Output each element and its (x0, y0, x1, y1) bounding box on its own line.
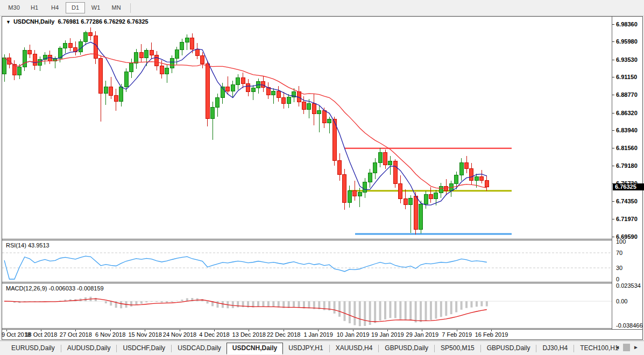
tab-scroll-right-button[interactable]: ► (630, 344, 642, 351)
tab-dj30-h4[interactable]: DJ30,H4 (537, 343, 573, 353)
price-axis-label: 6.95980 (616, 38, 638, 45)
price-axis-label: 6.81560 (616, 145, 638, 151)
date-axis-label: 29 Jan 2019 (406, 331, 439, 338)
price-axis-label: 6.98360 (616, 21, 638, 27)
rsi-scale-label: 30 (616, 265, 622, 271)
price-axis-tick (612, 77, 614, 77)
price-axis-tick (612, 95, 614, 95)
tab-usdcnh-daily[interactable]: USDCNH,Daily (227, 343, 283, 354)
tab-separator (480, 345, 481, 352)
pane-separator[interactable] (2, 239, 642, 239)
price-axis-tick (612, 166, 614, 166)
price-axis-tick (612, 219, 614, 219)
timeframe-button-m30[interactable]: M30 (4, 2, 24, 13)
ohlc-high: 6.77286 (81, 18, 102, 25)
date-axis-label: 10 Jan 2019 (337, 331, 370, 338)
date-axis[interactable]: 9 Oct 201818 Oct 201827 Oct 20186 Nov 20… (2, 329, 642, 339)
rsi-scale-label: 100 (616, 238, 626, 245)
date-axis-label: 16 Feb 2019 (475, 331, 508, 338)
price-axis-label: 6.86320 (616, 110, 638, 116)
tab-usdjpy-h1[interactable]: USDJPY,H1 (283, 343, 328, 353)
price-axis-label: 6.93530 (616, 56, 638, 63)
ohlc-low: 6.76292 (104, 18, 125, 25)
price-axis-tick (612, 201, 614, 202)
tab-separator (329, 345, 330, 352)
main-chart-pane[interactable]: ▼USDCNH,Daily 6.76981 6.77286 6.76292 6.… (2, 17, 612, 239)
rsi-scale-label: 0 (616, 276, 619, 282)
date-axis-label: 13 Dec 2018 (232, 331, 266, 338)
price-axis-tick (612, 113, 614, 113)
tab-scroll-left-button[interactable]: ◄ (611, 344, 623, 351)
tab-audusd-daily[interactable]: AUDUSD,Daily (62, 343, 116, 353)
current-price-box: 6.76325 (613, 183, 644, 190)
tab-separator (116, 345, 117, 352)
timeframe-toolbar: M30H1H4D1W1MN (0, 0, 644, 16)
collapse-icon[interactable]: ▼ (6, 19, 11, 25)
tab-eurusd-daily[interactable]: EURUSD,Daily (6, 343, 60, 353)
macd-pane[interactable]: MACD(12,26,9) -0.006033 -0.008159 (2, 283, 612, 328)
tab-separator (434, 345, 435, 352)
tab-xauusd-h4[interactable]: XAUUSD,H4 (330, 343, 378, 353)
timeframe-button-h4[interactable]: H4 (45, 2, 65, 13)
rsi-scale-label: 70 (616, 250, 622, 256)
tab-separator (536, 345, 536, 352)
tab-separator (574, 345, 574, 352)
price-axis-tick (612, 24, 614, 25)
chart-window: ▼USDCNH,Daily 6.76981 6.77286 6.76292 6.… (2, 16, 643, 340)
date-axis-label: 6 Nov 2018 (95, 331, 125, 338)
mt4-window: { "toolbar": { "timeframes": [ {"label":… (0, 0, 644, 355)
chart-title: ▼USDCNH,Daily 6.76981 6.77286 6.76292 6.… (6, 18, 148, 25)
date-axis-label: 7 Feb 2019 (442, 331, 472, 338)
candlestick-chart[interactable] (2, 17, 612, 239)
price-axis-label: 6.79180 (616, 162, 638, 169)
price-axis-tick (612, 148, 614, 148)
date-axis-label: 27 Oct 2018 (60, 331, 92, 338)
price-axis-tick (612, 60, 614, 60)
macd-scale-label: 0.00 (616, 298, 627, 304)
price-axis-label: 6.91150 (616, 74, 637, 80)
price-axis-label: 6.88770 (616, 91, 638, 98)
macd-label: MACD(12,26,9) -0.006033 -0.008159 (6, 285, 104, 292)
tab-separator (61, 345, 61, 352)
chart-tabbar: EURUSD,DailyAUDUSD,DailyUSDCHF,DailyUSDC… (0, 340, 644, 355)
toolbar-separator (130, 3, 131, 13)
timeframe-button-w1[interactable]: W1 (86, 2, 105, 13)
price-axis[interactable]: 6.76325 6.983606.959806.935306.911506.88… (612, 17, 642, 329)
price-axis-label: 6.74350 (616, 198, 638, 204)
tab-sp500-m15[interactable]: SP500,M15 (435, 343, 480, 353)
date-axis-label: 15 Nov 2018 (128, 331, 161, 338)
chart-symbol: USDCNH,Daily (13, 18, 54, 25)
timeframe-button-h1[interactable]: H1 (25, 2, 44, 13)
date-axis-label: 1 Jan 2019 (303, 331, 332, 338)
ohlc-open: 6.76981 (58, 18, 79, 25)
tab-gbpusd-daily[interactable]: GBPUSD,Daily (482, 343, 536, 353)
tab-gbpusd-daily[interactable]: GBPUSD,Daily (379, 343, 434, 353)
date-axis-label: 18 Oct 2018 (25, 331, 57, 338)
date-axis-label: 19 Jan 2019 (371, 331, 404, 338)
ohlc-close: 6.76325 (127, 18, 148, 25)
tab-separator (171, 345, 172, 352)
pane-separator[interactable] (2, 282, 642, 282)
price-axis-label: 6.71970 (616, 216, 638, 222)
macd-scale-label: -0.038466 (616, 322, 643, 329)
macd-scale-label: 0.023534 (616, 282, 641, 289)
timeframe-button-mn[interactable]: MN (107, 2, 126, 13)
tab-usdchf-daily[interactable]: USDCHF,Daily (117, 343, 171, 353)
pane-separator (2, 328, 642, 329)
timeframe-button-d1[interactable]: D1 (66, 2, 85, 13)
date-axis-label: 4 Dec 2018 (199, 331, 229, 338)
price-axis-tick (612, 41, 614, 42)
tab-scroll-buttons: ◄► (611, 344, 642, 351)
price-axis-tick (612, 237, 614, 237)
rsi-pane[interactable]: RSI(14) 43.9513 (2, 240, 612, 282)
price-axis-label: 6.83940 (616, 127, 638, 133)
tab-usdcad-daily[interactable]: USDCAD,Daily (172, 343, 227, 353)
rsi-label: RSI(14) 43.9513 (6, 242, 49, 248)
date-axis-label: 22 Dec 2018 (267, 331, 300, 338)
price-axis-tick (612, 130, 614, 131)
rsi-chart[interactable] (2, 240, 612, 282)
tab-separator (378, 345, 379, 352)
date-axis-label: 24 Nov 2018 (163, 331, 196, 338)
